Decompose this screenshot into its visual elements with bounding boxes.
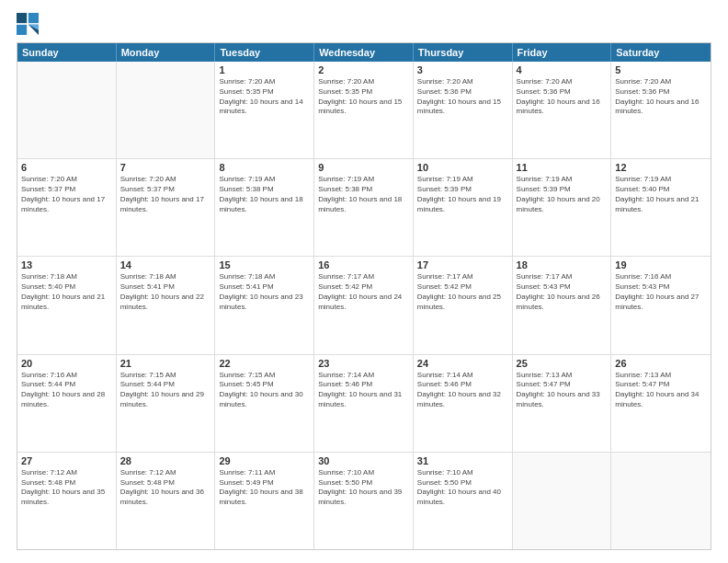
calendar-cell: 5Sunrise: 7:20 AMSunset: 5:36 PMDaylight…	[611, 62, 711, 158]
svg-rect-1	[28, 13, 39, 23]
day-number: 25	[517, 358, 608, 369]
cell-info: Sunrise: 7:20 AMSunset: 5:35 PMDaylight:…	[318, 77, 409, 117]
cell-info: Sunrise: 7:20 AMSunset: 5:37 PMDaylight:…	[21, 175, 112, 214]
cell-info: Sunrise: 7:10 AMSunset: 5:50 PMDaylight:…	[318, 468, 409, 508]
day-number: 23	[318, 358, 409, 369]
calendar-cell: 9Sunrise: 7:19 AMSunset: 5:38 PMDaylight…	[314, 159, 414, 256]
calendar-week: 20Sunrise: 7:16 AMSunset: 5:44 PMDayligh…	[17, 355, 711, 453]
day-number: 29	[219, 455, 310, 466]
cell-info: Sunrise: 7:12 AMSunset: 5:48 PMDaylight:…	[21, 468, 112, 508]
day-number: 10	[417, 162, 508, 173]
cell-info: Sunrise: 7:17 AMSunset: 5:42 PMDaylight:…	[417, 272, 508, 312]
day-number: 18	[517, 259, 608, 270]
calendar-cell	[611, 453, 711, 549]
calendar-cell: 26Sunrise: 7:13 AMSunset: 5:47 PMDayligh…	[611, 355, 711, 452]
calendar-cell: 23Sunrise: 7:14 AMSunset: 5:46 PMDayligh…	[314, 355, 414, 452]
day-number: 20	[21, 358, 112, 369]
cell-info: Sunrise: 7:13 AMSunset: 5:47 PMDaylight:…	[517, 371, 608, 410]
cell-info: Sunrise: 7:18 AMSunset: 5:40 PMDaylight:…	[21, 272, 112, 312]
calendar-cell: 31Sunrise: 7:10 AMSunset: 5:50 PMDayligh…	[414, 453, 513, 549]
cell-info: Sunrise: 7:19 AMSunset: 5:40 PMDaylight:…	[615, 175, 707, 214]
day-number: 3	[417, 64, 508, 75]
day-number: 13	[21, 259, 112, 270]
calendar-cell: 29Sunrise: 7:11 AMSunset: 5:49 PMDayligh…	[215, 453, 314, 549]
cell-info: Sunrise: 7:20 AMSunset: 5:36 PMDaylight:…	[517, 77, 608, 117]
calendar-cell: 17Sunrise: 7:17 AMSunset: 5:42 PMDayligh…	[414, 257, 513, 353]
cell-info: Sunrise: 7:19 AMSunset: 5:38 PMDaylight:…	[318, 175, 409, 214]
cell-info: Sunrise: 7:20 AMSunset: 5:35 PMDaylight:…	[219, 77, 310, 117]
day-number: 26	[615, 358, 707, 369]
calendar-cell: 19Sunrise: 7:16 AMSunset: 5:43 PMDayligh…	[611, 257, 711, 353]
calendar-cell	[17, 62, 117, 158]
calendar-week: 13Sunrise: 7:18 AMSunset: 5:40 PMDayligh…	[17, 257, 711, 354]
cell-info: Sunrise: 7:18 AMSunset: 5:41 PMDaylight:…	[120, 272, 211, 312]
day-number: 12	[615, 162, 707, 173]
day-number: 5	[615, 64, 707, 75]
day-number: 4	[517, 64, 608, 75]
calendar-body: 1Sunrise: 7:20 AMSunset: 5:35 PMDaylight…	[17, 62, 711, 549]
calendar-cell: 3Sunrise: 7:20 AMSunset: 5:36 PMDaylight…	[414, 62, 513, 158]
calendar-cell: 21Sunrise: 7:15 AMSunset: 5:44 PMDayligh…	[117, 355, 216, 452]
weekday-header: Thursday	[414, 43, 513, 62]
calendar-cell: 11Sunrise: 7:19 AMSunset: 5:39 PMDayligh…	[513, 159, 612, 256]
logo	[17, 13, 42, 35]
cell-info: Sunrise: 7:15 AMSunset: 5:45 PMDaylight:…	[219, 371, 310, 410]
calendar-cell: 20Sunrise: 7:16 AMSunset: 5:44 PMDayligh…	[17, 355, 117, 452]
cell-info: Sunrise: 7:11 AMSunset: 5:49 PMDaylight:…	[219, 468, 310, 508]
cell-info: Sunrise: 7:15 AMSunset: 5:44 PMDaylight:…	[120, 371, 211, 410]
cell-info: Sunrise: 7:17 AMSunset: 5:42 PMDaylight:…	[318, 272, 409, 312]
day-number: 9	[318, 162, 409, 173]
cell-info: Sunrise: 7:16 AMSunset: 5:43 PMDaylight:…	[615, 272, 707, 312]
day-number: 27	[21, 455, 112, 466]
cell-info: Sunrise: 7:12 AMSunset: 5:48 PMDaylight:…	[120, 468, 211, 508]
calendar-cell: 25Sunrise: 7:13 AMSunset: 5:47 PMDayligh…	[513, 355, 612, 452]
day-number: 1	[219, 64, 310, 75]
header	[17, 13, 711, 35]
cell-info: Sunrise: 7:16 AMSunset: 5:44 PMDaylight:…	[21, 371, 112, 410]
weekday-header: Friday	[513, 43, 612, 62]
day-number: 2	[318, 64, 409, 75]
cell-info: Sunrise: 7:19 AMSunset: 5:39 PMDaylight:…	[417, 175, 508, 214]
calendar-cell: 22Sunrise: 7:15 AMSunset: 5:45 PMDayligh…	[215, 355, 314, 452]
day-number: 19	[615, 259, 707, 270]
calendar: SundayMondayTuesdayWednesdayThursdayFrid…	[17, 42, 711, 550]
calendar-cell: 28Sunrise: 7:12 AMSunset: 5:48 PMDayligh…	[117, 453, 216, 549]
cell-info: Sunrise: 7:19 AMSunset: 5:39 PMDaylight:…	[517, 175, 608, 214]
cell-info: Sunrise: 7:20 AMSunset: 5:36 PMDaylight:…	[615, 77, 707, 117]
day-number: 8	[219, 162, 310, 173]
day-number: 30	[318, 455, 409, 466]
calendar-cell	[513, 453, 612, 549]
day-number: 22	[219, 358, 310, 369]
cell-info: Sunrise: 7:14 AMSunset: 5:46 PMDaylight:…	[417, 371, 508, 410]
day-number: 11	[517, 162, 608, 173]
day-number: 15	[219, 259, 310, 270]
page: SundayMondayTuesdayWednesdayThursdayFrid…	[0, 0, 728, 563]
logo-icon	[17, 13, 39, 35]
weekday-header: Monday	[117, 43, 216, 62]
day-number: 6	[21, 162, 112, 173]
weekday-header: Saturday	[611, 43, 711, 62]
calendar-cell: 14Sunrise: 7:18 AMSunset: 5:41 PMDayligh…	[117, 257, 216, 353]
calendar-cell	[117, 62, 216, 158]
cell-info: Sunrise: 7:20 AMSunset: 5:36 PMDaylight:…	[417, 77, 508, 117]
calendar-cell: 1Sunrise: 7:20 AMSunset: 5:35 PMDaylight…	[215, 62, 314, 158]
cell-info: Sunrise: 7:13 AMSunset: 5:47 PMDaylight:…	[615, 371, 707, 410]
day-number: 31	[417, 455, 508, 466]
day-number: 24	[417, 358, 508, 369]
day-number: 17	[417, 259, 508, 270]
day-number: 14	[120, 259, 211, 270]
cell-info: Sunrise: 7:20 AMSunset: 5:37 PMDaylight:…	[120, 175, 211, 214]
calendar-cell: 13Sunrise: 7:18 AMSunset: 5:40 PMDayligh…	[17, 257, 117, 353]
calendar-cell: 10Sunrise: 7:19 AMSunset: 5:39 PMDayligh…	[414, 159, 513, 256]
calendar-cell: 27Sunrise: 7:12 AMSunset: 5:48 PMDayligh…	[17, 453, 117, 549]
cell-info: Sunrise: 7:14 AMSunset: 5:46 PMDaylight:…	[318, 371, 409, 410]
calendar-week: 1Sunrise: 7:20 AMSunset: 5:35 PMDaylight…	[17, 62, 711, 159]
cell-info: Sunrise: 7:18 AMSunset: 5:41 PMDaylight:…	[219, 272, 310, 312]
day-number: 21	[120, 358, 211, 369]
calendar-cell: 7Sunrise: 7:20 AMSunset: 5:37 PMDaylight…	[117, 159, 216, 256]
calendar-cell: 4Sunrise: 7:20 AMSunset: 5:36 PMDaylight…	[513, 62, 612, 158]
calendar-cell: 16Sunrise: 7:17 AMSunset: 5:42 PMDayligh…	[314, 257, 414, 353]
calendar-week: 27Sunrise: 7:12 AMSunset: 5:48 PMDayligh…	[17, 453, 711, 549]
calendar-cell: 2Sunrise: 7:20 AMSunset: 5:35 PMDaylight…	[314, 62, 414, 158]
weekday-header: Wednesday	[314, 43, 414, 62]
